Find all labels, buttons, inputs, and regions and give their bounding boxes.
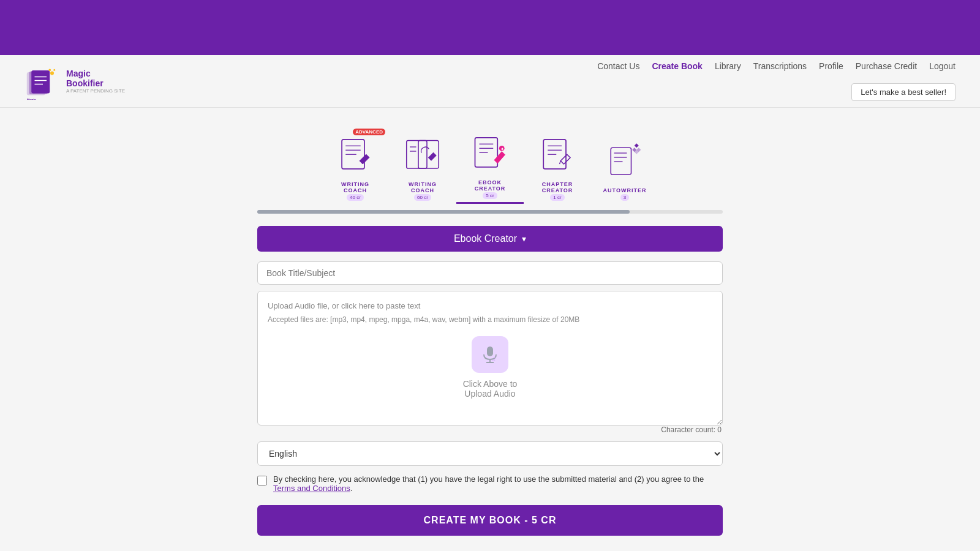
tool-icon-chapter-creator-1 xyxy=(530,131,585,180)
tool-credits-wc40: 40 cr xyxy=(347,194,364,201)
tool-icon-ebook-creator-5: ✦ xyxy=(462,129,518,178)
svg-point-7 xyxy=(48,69,51,71)
char-count: Character count: 0 xyxy=(257,425,723,434)
tool-icon-writing-coach-60 xyxy=(395,131,450,180)
microphone-icon xyxy=(480,345,500,364)
navbar: Magic Bookifier Magic Bookifier A PATENT… xyxy=(0,55,980,108)
svg-text:Magic: Magic xyxy=(27,97,36,100)
dropdown-arrow-icon: ▾ xyxy=(522,234,526,244)
nav-logout[interactable]: Logout xyxy=(929,61,956,71)
book-title-input[interactable] xyxy=(257,261,723,285)
ebook-creator-5-icon: ✦ xyxy=(469,132,511,175)
nav-library[interactable]: Library xyxy=(715,61,741,71)
tool-icon-autowriter-3 xyxy=(597,137,652,186)
tool-icon-writing-coach-40: ADVANCED xyxy=(328,131,383,180)
dropdown-label: Ebook Creator xyxy=(454,233,517,244)
nav-purchase-credit[interactable]: Purchase Credit xyxy=(856,61,917,71)
ebook-creator-dropdown[interactable]: Ebook Creator ▾ xyxy=(257,226,723,252)
chapter-creator-1-icon xyxy=(536,134,579,177)
writing-coach-40-icon xyxy=(334,134,377,177)
svg-text:✦: ✦ xyxy=(500,147,504,151)
main-content: ADVANCED WritingCoach 40 cr xyxy=(245,108,735,551)
svg-rect-17 xyxy=(418,141,439,169)
tool-writing-coach-60[interactable]: WritingCoach 60 cr xyxy=(389,128,456,204)
nav-links-row: Contact Us Create Book Library Transcrip… xyxy=(597,61,956,71)
create-book-button[interactable]: CREATE MY BOOK - 5 CR xyxy=(257,505,723,536)
tool-label-ec5: EbookCreator xyxy=(475,179,506,192)
terms-checkbox[interactable] xyxy=(257,476,267,485)
svg-line-30 xyxy=(560,161,561,164)
nav-profile[interactable]: Profile xyxy=(819,61,843,71)
writing-coach-60-icon xyxy=(401,134,444,177)
tool-chapter-creator-1[interactable]: ChapterCreator 1 cr xyxy=(524,128,591,204)
terms-checkbox-label: By checking here, you acknowledge that (… xyxy=(273,474,723,493)
tool-writing-coach-40[interactable]: ADVANCED WritingCoach 40 cr xyxy=(322,128,389,204)
logo[interactable]: Magic Bookifier Magic Bookifier A PATENT… xyxy=(24,63,125,100)
mic-circle[interactable] xyxy=(472,336,508,373)
tool-label-cc1: ChapterCreator xyxy=(542,181,573,193)
mic-icon-container: Click Above to Upload Audio xyxy=(268,336,712,399)
tool-credits-wc60: 60 cr xyxy=(414,194,431,201)
audio-accepted-files: Accepted files are: [mp3, mp4, mpeg, mpg… xyxy=(268,315,712,324)
nav-contact-us[interactable]: Contact Us xyxy=(597,61,639,71)
svg-rect-35 xyxy=(487,347,493,356)
logo-icon: Magic Bookifier xyxy=(24,63,61,100)
svg-point-8 xyxy=(53,69,55,70)
advanced-badge: ADVANCED xyxy=(353,129,385,135)
tool-autowriter-3[interactable]: AutoWriter 3 xyxy=(591,134,658,204)
tool-credits-ec5: 5 cr xyxy=(483,192,497,199)
svg-rect-2 xyxy=(31,70,50,94)
tool-credits-aw3: 3 xyxy=(620,194,629,201)
nav-create-book[interactable]: Create Book xyxy=(652,61,702,71)
svg-rect-16 xyxy=(407,141,427,169)
tool-label-wc40: WritingCoach xyxy=(341,181,369,193)
tools-scrollbar xyxy=(257,210,723,214)
tools-row: ADVANCED WritingCoach 40 cr xyxy=(257,126,723,204)
terms-link[interactable]: Terms and Conditions xyxy=(273,484,350,493)
audio-upload-area[interactable]: Upload Audio file, or click here to past… xyxy=(257,291,723,425)
audio-upload-prompt: Upload Audio file, or click here to past… xyxy=(268,301,712,310)
tool-label-aw3: AutoWriter xyxy=(603,187,647,193)
language-select[interactable]: English Spanish French German Italian Po… xyxy=(257,441,723,466)
svg-point-6 xyxy=(50,71,54,75)
checkbox-row: By checking here, you acknowledge that (… xyxy=(257,474,723,493)
tool-label-wc60: WritingCoach xyxy=(409,181,437,193)
svg-rect-31 xyxy=(611,148,631,174)
nav-transcriptions[interactable]: Transcriptions xyxy=(753,61,807,71)
tool-ebook-creator-5[interactable]: ✦ EbookCreator 5 cr xyxy=(456,126,524,204)
nav-links: Contact Us Create Book Library Transcrip… xyxy=(597,61,956,101)
bestseller-button[interactable]: Let's make a best seller! xyxy=(851,83,956,101)
click-upload-text: Click Above to Upload Audio xyxy=(463,379,518,399)
tools-scrollbar-thumb xyxy=(257,210,630,214)
top-banner xyxy=(0,0,980,55)
autowriter-3-icon xyxy=(603,140,646,183)
svg-line-39 xyxy=(494,359,495,361)
tool-credits-cc1: 1 cr xyxy=(550,194,564,201)
